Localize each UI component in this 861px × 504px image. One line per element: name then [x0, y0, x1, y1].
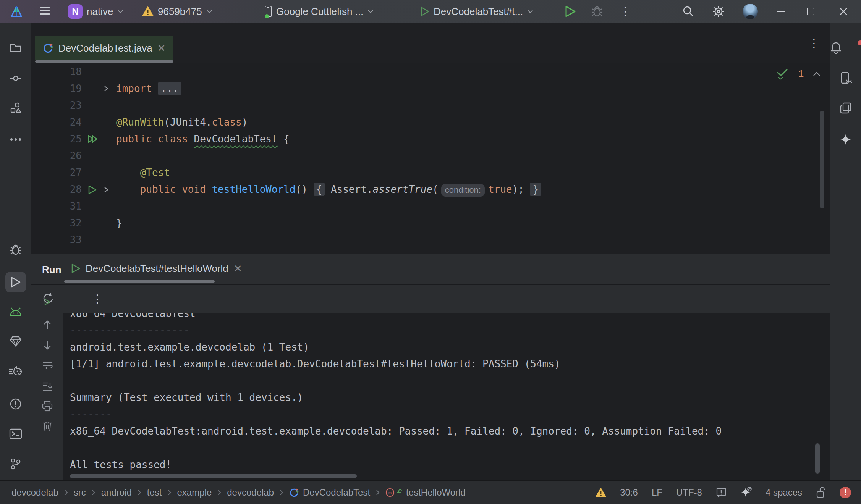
- running-devices-tool-button[interactable]: [839, 72, 852, 85]
- close-button[interactable]: [839, 0, 848, 23]
- branch-selector[interactable]: 9659b475: [142, 0, 212, 23]
- code-text[interactable]: [116, 97, 830, 114]
- run-toolbar: ⋮: [31, 285, 830, 313]
- fatal-error-badge[interactable]: !: [840, 487, 851, 498]
- commit-tool-button[interactable]: [10, 72, 22, 84]
- problems-tool-button[interactable]: [10, 398, 22, 410]
- code-token: testHelloWorld: [212, 184, 295, 195]
- prev-problem-icon[interactable]: [813, 72, 821, 76]
- project-tool-button[interactable]: [10, 42, 22, 53]
- unlock-icon[interactable]: [816, 487, 826, 498]
- code-line[interactable]: 31: [31, 198, 830, 215]
- debug-tool-button[interactable]: [9, 244, 22, 256]
- rerun-button[interactable]: [41, 292, 53, 305]
- indent-setting[interactable]: 4 spaces: [766, 487, 802, 498]
- breadcrumb-item[interactable]: example: [177, 487, 212, 498]
- project-selector[interactable]: N native: [68, 0, 123, 23]
- console-line: --------------------: [70, 322, 830, 339]
- version-control-tool-button[interactable]: [10, 458, 22, 470]
- code-line[interactable]: 24@RunWith(JUnit4.class): [31, 114, 830, 131]
- code-text[interactable]: [116, 231, 830, 248]
- fold-arrow-icon[interactable]: [104, 186, 108, 193]
- editor-tab[interactable]: DevCodelabTest.java ✕: [35, 36, 173, 60]
- inspection-highlight-icon[interactable]: [716, 487, 727, 498]
- clear-console-button[interactable]: [42, 421, 52, 431]
- maximize-button[interactable]: [807, 0, 814, 23]
- fold-arrow-icon[interactable]: [104, 85, 108, 92]
- breadcrumb-item[interactable]: android: [101, 487, 132, 498]
- more-actions-button[interactable]: ⋮: [620, 0, 631, 23]
- layout-inspector-tool-button[interactable]: [840, 102, 852, 114]
- code-line[interactable]: 19import ...: [31, 80, 830, 97]
- minimize-button[interactable]: [777, 0, 785, 23]
- console-output[interactable]: x86_64 DevCodelabTest-------------------…: [63, 313, 830, 480]
- line-number: 28: [31, 181, 82, 199]
- soft-wrap-button[interactable]: [42, 361, 53, 371]
- notifications-button[interactable]: [830, 42, 861, 54]
- print-button[interactable]: [42, 401, 53, 412]
- breadcrumb-item[interactable]: test: [147, 487, 162, 498]
- terminal-tool-button[interactable]: [9, 428, 22, 439]
- active-tab-underline: [35, 60, 173, 63]
- prev-occurrence-button[interactable]: [42, 320, 52, 330]
- run-tab-close-icon[interactable]: ✕: [234, 263, 242, 275]
- code-text[interactable]: @Test: [116, 164, 830, 181]
- console-vscrollbar-thumb[interactable]: [815, 443, 820, 474]
- run-class-icon[interactable]: [88, 134, 99, 144]
- code-line[interactable]: 32}: [31, 215, 830, 231]
- editor-scrollbar-thumb[interactable]: [820, 111, 824, 208]
- code-text[interactable]: [116, 63, 830, 80]
- scroll-to-end-button[interactable]: [42, 381, 53, 391]
- next-occurrence-button[interactable]: [42, 340, 52, 351]
- code-line[interactable]: 25public class DevCodelabTest {: [31, 131, 830, 147]
- code-line[interactable]: 26: [31, 147, 830, 164]
- tab-close-icon[interactable]: ✕: [157, 43, 166, 53]
- device-selector[interactable]: Google Cuttlefish ...: [264, 0, 374, 23]
- search-everywhere-button[interactable]: [682, 0, 694, 23]
- line-separator[interactable]: LF: [652, 487, 662, 498]
- logcat-tool-button[interactable]: [9, 307, 23, 317]
- inspection-widget[interactable]: 1: [776, 68, 830, 80]
- run-more-options-button[interactable]: ⋮: [92, 293, 103, 305]
- code-line[interactable]: 27 @Test: [31, 164, 830, 181]
- close-icon: [839, 7, 848, 16]
- code-text[interactable]: public class DevCodelabTest {: [116, 131, 830, 147]
- bug-icon: [9, 244, 22, 256]
- ai-spark-disabled-icon[interactable]: [740, 487, 752, 498]
- run-tool-button-active[interactable]: [5, 272, 26, 292]
- run-button[interactable]: [565, 0, 576, 23]
- debug-button[interactable]: [591, 0, 604, 23]
- breadcrumb-item[interactable]: mtestHelloWorld: [385, 487, 466, 498]
- main-menu-button[interactable]: [40, 0, 50, 23]
- code-editor[interactable]: 1819import ...2324@RunWith(JUnit4.class)…: [31, 63, 830, 254]
- user-avatar[interactable]: [743, 0, 758, 23]
- file-encoding[interactable]: UTF-8: [676, 487, 702, 498]
- code-text[interactable]: }: [116, 215, 830, 231]
- code-line[interactable]: 23: [31, 97, 830, 114]
- structure-tool-button[interactable]: [10, 102, 22, 114]
- code-text[interactable]: [116, 147, 830, 164]
- breadcrumb-item[interactable]: DevCodelabTest: [289, 487, 370, 498]
- caret-position[interactable]: 30:6: [620, 487, 638, 498]
- code-line[interactable]: 18: [31, 63, 830, 80]
- run-configuration-selector[interactable]: DevCodelabTest#t...: [420, 0, 533, 23]
- run-tab[interactable]: DevCodelabTest#testHelloWorld ✕: [71, 254, 242, 283]
- editor-options-button[interactable]: ⋮: [808, 37, 820, 49]
- console-hscrollbar-thumb[interactable]: [70, 474, 357, 478]
- code-text[interactable]: @RunWith(JUnit4.class): [116, 114, 830, 131]
- breadcrumb-item[interactable]: src: [74, 487, 86, 498]
- breadcrumb-item[interactable]: devcodelab: [11, 487, 58, 498]
- profiler-tool-button[interactable]: [9, 366, 23, 376]
- run-test-icon[interactable]: [88, 185, 97, 194]
- warning-icon[interactable]: [596, 488, 606, 498]
- code-line[interactable]: 33: [31, 231, 830, 248]
- gemini-tool-button[interactable]: [840, 133, 852, 145]
- code-text[interactable]: import ...: [116, 80, 830, 97]
- code-token: Assert.: [325, 184, 372, 195]
- more-tool-windows-button[interactable]: [10, 138, 22, 141]
- code-text[interactable]: public void testHelloWorld() { Assert.as…: [116, 181, 830, 199]
- breadcrumb-item[interactable]: devcodelab: [227, 487, 274, 498]
- app-quality-insights-tool-button[interactable]: [9, 336, 22, 347]
- code-text[interactable]: [116, 198, 830, 215]
- code-line[interactable]: 28 public void testHelloWorld() { Assert…: [31, 181, 830, 198]
